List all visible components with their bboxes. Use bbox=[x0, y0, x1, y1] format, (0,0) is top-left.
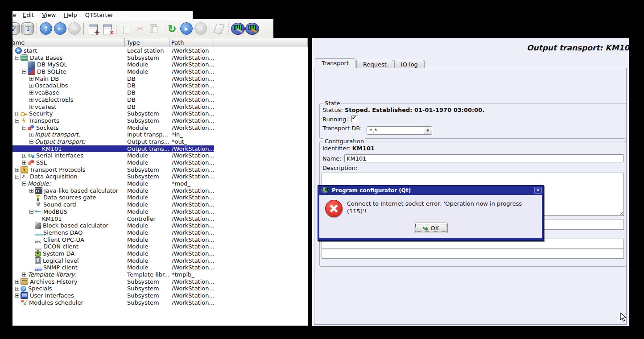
tree-row[interactable]: +SpecialsSubsystem/WorkStation... bbox=[12, 285, 308, 292]
ok-button[interactable]: OK bbox=[414, 223, 448, 233]
expand-icon[interactable]: + bbox=[15, 287, 19, 291]
copy-item-button[interactable] bbox=[118, 20, 132, 37]
tree-row[interactable]: +OscadaLibsDB/WorkStation... bbox=[12, 82, 308, 89]
expand-icon[interactable]: + bbox=[22, 273, 26, 277]
tree-row[interactable]: −Data BasesSubsystem/WorkStation... bbox=[12, 54, 308, 62]
tree-row[interactable]: +User InterfacesSubsystem/WorkStation... bbox=[12, 292, 308, 299]
tree-row[interactable]: −Data AcquisitionSubsystem/WorkStation..… bbox=[12, 173, 308, 180]
tree-row[interactable]: −Output transport:Output trans...*out_ bbox=[12, 138, 308, 145]
tree-row[interactable]: KM101Controller/WorkStation... bbox=[12, 215, 308, 223]
running-checkbox[interactable] bbox=[351, 116, 358, 122]
vision-module-button[interactable] bbox=[245, 20, 259, 37]
tree-row[interactable]: −ModBUSModule/WorkStation... bbox=[12, 208, 308, 215]
tree-row[interactable]: Data sources gateModule/WorkStation... bbox=[12, 194, 308, 201]
expand-icon[interactable]: + bbox=[15, 294, 19, 298]
menu-item-view[interactable]: View bbox=[38, 12, 60, 19]
collapse-icon[interactable]: − bbox=[29, 210, 33, 214]
go-back-button[interactable] bbox=[53, 20, 67, 37]
tree-row[interactable]: startLocal station/WorkStation bbox=[12, 47, 308, 54]
covered-field-3[interactable] bbox=[322, 249, 624, 259]
collapse-icon[interactable]: − bbox=[22, 182, 26, 186]
tree-row[interactable]: Logical levelModule/WorkStation... bbox=[12, 257, 308, 265]
save-to-db-button[interactable] bbox=[21, 20, 35, 37]
menu-item-cropped[interactable]: File bbox=[13, 12, 16, 18]
tree-header-type[interactable]: Type bbox=[125, 38, 169, 47]
up-level-button[interactable] bbox=[39, 20, 53, 37]
tree-row[interactable]: +vcaTestDB/WorkStation... bbox=[12, 103, 308, 111]
menu-item-edit[interactable]: Edit bbox=[19, 12, 38, 19]
collapse-icon[interactable]: − bbox=[22, 70, 26, 74]
menu-item-help[interactable]: Help bbox=[60, 12, 81, 19]
expand-icon[interactable]: + bbox=[29, 91, 33, 95]
tree-row[interactable]: +Template library:Template libr...*tmplb… bbox=[12, 271, 308, 278]
go-forward-button[interactable] bbox=[67, 20, 82, 37]
expand-icon[interactable]: + bbox=[29, 133, 33, 137]
tree-row[interactable]: +Java-like based calculatorModule/WorkSt… bbox=[12, 187, 308, 194]
tree-header-path[interactable]: Path bbox=[169, 38, 214, 47]
tree-row[interactable]: +Main DBDB/WorkStation... bbox=[12, 75, 308, 83]
refresh-button[interactable]: ↻ bbox=[165, 20, 179, 37]
transport-db-select[interactable]: *.* ▼ bbox=[367, 126, 432, 135]
tab-request[interactable]: Request bbox=[356, 60, 393, 68]
tree-row[interactable]: DCON clientModule/WorkStation... bbox=[12, 243, 308, 250]
expand-icon[interactable]: + bbox=[29, 84, 33, 88]
collapse-icon[interactable]: − bbox=[15, 175, 19, 179]
expand-icon[interactable]: + bbox=[29, 77, 33, 81]
expand-icon[interactable]: + bbox=[29, 98, 33, 102]
dialog-titlebar[interactable]: Program configurator (Qt) ✕ bbox=[319, 186, 542, 195]
clean-button[interactable] bbox=[212, 20, 226, 37]
tree-row[interactable]: −Module:Module*mod_ bbox=[12, 180, 308, 187]
close-icon[interactable]: ✕ bbox=[534, 187, 542, 194]
collapse-icon[interactable]: − bbox=[22, 126, 26, 130]
tree-row[interactable]: KM101Output trans.../WorkStation... bbox=[12, 145, 308, 153]
tree-row[interactable]: +SSLModule/WorkStation... bbox=[12, 159, 308, 166]
tab-transport[interactable]: Transport bbox=[315, 58, 355, 68]
tree-row[interactable]: Sound cardModule/WorkStation... bbox=[12, 201, 308, 208]
expand-icon[interactable]: + bbox=[15, 280, 19, 284]
tree-header-name[interactable]: Name bbox=[12, 38, 125, 47]
tree-row[interactable]: +Input transport:Input transp...*in_ bbox=[12, 131, 308, 138]
toolbar-handle[interactable] bbox=[226, 22, 231, 35]
expand-icon[interactable]: + bbox=[29, 105, 33, 109]
tree-row[interactable]: +vcaElectroElsDB/WorkStation... bbox=[12, 96, 308, 103]
tree-cell-type: Module bbox=[125, 124, 169, 132]
start-button[interactable] bbox=[179, 20, 194, 37]
tree-row[interactable]: −TransportsSubsystem/WorkStation... bbox=[12, 117, 308, 124]
tree-cell-path: /WorkStation... bbox=[169, 96, 214, 103]
qtcfg-module-button[interactable] bbox=[231, 20, 245, 37]
tree-row[interactable]: +SecuritySubsystem/WorkStation... bbox=[12, 110, 308, 117]
tree-row[interactable]: −SocketsModule/WorkStation... bbox=[12, 124, 308, 132]
tree-row[interactable]: +vcaBaseDB/WorkStation... bbox=[12, 89, 308, 96]
tree-row[interactable]: Block based calculatorModule/WorkStation… bbox=[12, 222, 308, 229]
load-from-db-button[interactable] bbox=[12, 20, 21, 37]
add-item-button[interactable] bbox=[86, 20, 100, 37]
expand-icon[interactable]: + bbox=[22, 161, 26, 165]
collapse-icon[interactable]: − bbox=[29, 140, 33, 144]
collapse-icon[interactable]: − bbox=[15, 56, 19, 60]
tree-row[interactable]: Client OPC-UAModule/WorkStation... bbox=[12, 236, 308, 244]
tree-row[interactable]: Siemens DAQModule/WorkStation... bbox=[12, 229, 308, 236]
chevron-down-icon[interactable]: ▼ bbox=[424, 127, 432, 134]
stop-button[interactable] bbox=[194, 20, 208, 37]
tree-row[interactable]: Modules schedulerSubsystem/WorkStation..… bbox=[12, 299, 308, 306]
expand-icon[interactable]: + bbox=[15, 168, 19, 172]
tree-row[interactable]: +Serial interfacesModule/WorkStation... bbox=[12, 152, 308, 159]
tree-row[interactable]: SNMP clientModule/WorkStation... bbox=[12, 264, 308, 271]
tree-row[interactable]: +Archives-HistorySubsystem/WorkStation..… bbox=[12, 278, 308, 285]
collapse-icon[interactable]: − bbox=[15, 119, 19, 123]
cut-item-button[interactable]: ✂ bbox=[132, 20, 147, 37]
expand-icon[interactable]: + bbox=[15, 112, 19, 116]
expand-icon[interactable]: + bbox=[29, 189, 33, 193]
tree-row[interactable]: −DB SQLiteModule/WorkStation... bbox=[12, 68, 308, 75]
tree-row[interactable]: DB MySQLModule/WorkStation... bbox=[12, 61, 308, 68]
tree-row[interactable]: System DAModule/WorkStation... bbox=[12, 250, 308, 257]
transport-db-row: Transport DB: *.* ▼ bbox=[322, 125, 432, 135]
tree-row[interactable]: +Transport ProtocolsSubsystem/WorkStatio… bbox=[12, 166, 308, 174]
name-input[interactable] bbox=[344, 154, 624, 162]
tree-item-label: Modules scheduler bbox=[29, 299, 83, 306]
tab-io-log[interactable]: IO log bbox=[394, 60, 425, 68]
menu-item-qtstarter[interactable]: QTStarter bbox=[81, 12, 117, 19]
delete-item-button[interactable] bbox=[100, 20, 114, 37]
paste-item-button[interactable] bbox=[147, 20, 161, 37]
expand-icon[interactable]: + bbox=[22, 154, 26, 158]
